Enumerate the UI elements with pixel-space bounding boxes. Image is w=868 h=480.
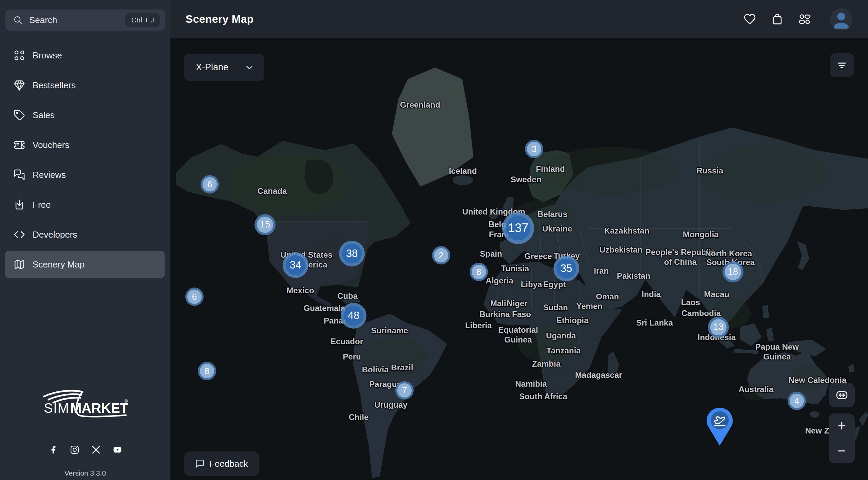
cluster-marker[interactable]: 48 [341,303,366,329]
sidebar-item-label: Browse [33,50,62,61]
cluster-marker[interactable]: 6 [201,175,219,193]
feedback-chat-icon [195,459,205,468]
feedback-label: Feedback [209,459,248,469]
youtube-icon[interactable] [113,445,122,454]
instagram-icon[interactable] [70,445,79,454]
sidebar-item-label: Bestsellers [33,80,76,91]
search-icon [13,15,23,25]
svg-text:SIM: SIM [44,401,70,416]
simulator-filter-dropdown[interactable]: X-Plane [184,54,264,81]
ticket-icon [14,139,25,151]
download-icon [14,199,25,210]
sidebar-item-label: Reviews [33,170,66,180]
gem-icon [14,79,25,91]
zoom-controls: + − [829,413,855,463]
shopping-bag-icon[interactable] [771,13,784,25]
sidebar-item-label: Developers [33,229,77,240]
search-input[interactable]: Search Ctrl + J [5,10,165,31]
sidebar-item-developers[interactable]: Developers [0,220,170,250]
app-window: Search Ctrl + J Browse Bestsellers Sales… [0,0,868,480]
cluster-marker[interactable]: 35 [553,256,579,281]
cluster-marker[interactable]: 2 [432,246,450,264]
code-icon [14,229,25,240]
cluster-marker[interactable]: 8 [198,362,216,380]
cluster-marker[interactable]: 13 [708,317,729,338]
page-title: Scenery Map [186,13,254,25]
sidebar-item-vouchers[interactable]: Vouchers [0,130,170,160]
social-links [0,445,170,454]
feedback-button[interactable]: Feedback [184,451,259,476]
search-shortcut-badge: Ctrl + J [125,13,160,27]
topbar: Scenery Map [170,0,868,38]
simmarket-logo: SIM MARKET ® [41,389,129,420]
sidebar-item-label: Sales [33,110,55,121]
plane-takeoff-pin[interactable] [706,408,733,446]
cluster-marker[interactable]: 38 [339,241,365,266]
x-twitter-icon[interactable] [92,445,100,454]
preferences-toggles-icon[interactable] [798,13,811,25]
user-avatar[interactable] [830,8,852,31]
map-filter-button[interactable] [830,53,854,77]
cluster-marker[interactable]: 4 [788,392,806,410]
sidebar-item-label: Vouchers [33,140,69,150]
cluster-marker[interactable]: 34 [283,252,308,278]
wishlist-heart-icon[interactable] [743,13,756,25]
sidebar: Search Ctrl + J Browse Bestsellers Sales… [0,0,170,480]
svg-text:®: ® [125,399,128,404]
sidebar-item-browse[interactable]: Browse [0,40,170,70]
tag-icon [14,109,25,121]
sidebar-nav: Browse Bestsellers Sales Vouchers Review… [0,40,170,279]
facebook-icon[interactable] [49,445,58,454]
cluster-marker[interactable]: 6 [185,288,204,306]
sidebar-item-sales[interactable]: Sales [0,100,170,130]
cluster-marker[interactable]: 8 [470,263,488,281]
grid-circles-icon [14,50,25,61]
sidebar-item-reviews[interactable]: Reviews [0,160,170,190]
zoom-out-button[interactable]: − [829,439,855,464]
map-canvas[interactable]: GreenlandIcelandCanadaRussiaFinlandSwede… [170,38,868,480]
sidebar-item-scenery-map[interactable]: Scenery Map [0,250,170,279]
cluster-marker[interactable]: 3 [525,140,543,158]
zoom-in-button[interactable]: + [829,413,855,439]
fit-width-icon [835,388,849,402]
svg-text:MARKET: MARKET [70,401,128,416]
cluster-marker[interactable]: 15 [254,214,276,235]
cluster-marker[interactable]: 18 [722,261,743,282]
sidebar-item-bestsellers[interactable]: Bestsellers [0,70,170,100]
chat-icon [14,169,25,181]
chevron-down-icon [244,62,254,73]
sidebar-item-label: Scenery Map [33,259,84,270]
cluster-marker[interactable]: 137 [502,212,534,244]
search-placeholder: Search [29,15,125,25]
cluster-marker[interactable]: 7 [395,381,414,400]
world-map-graphic [170,38,868,480]
version-label: Version 3.3.0 [0,469,170,477]
filter-icon [836,59,848,71]
sidebar-item-free[interactable]: Free [0,190,170,220]
sidebar-item-label: Free [33,200,51,210]
map-icon [14,259,25,270]
fit-bounds-button[interactable] [829,383,855,407]
simulator-filter-value: X-Plane [196,62,244,73]
